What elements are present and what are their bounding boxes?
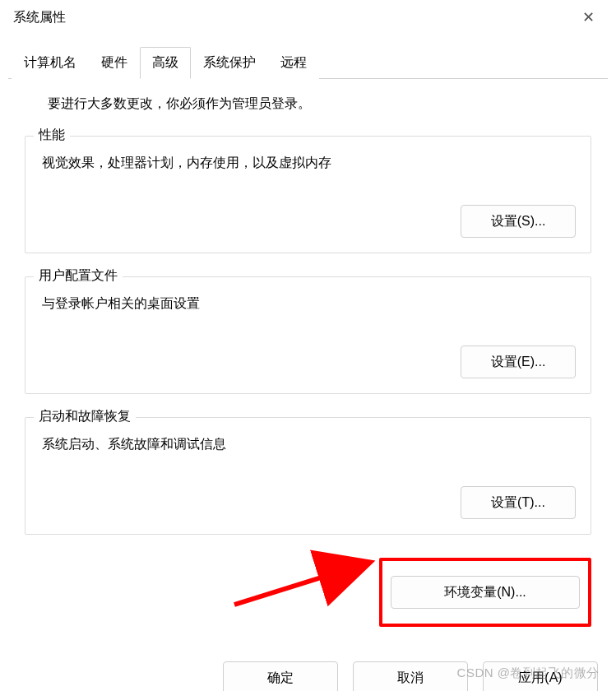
user-profiles-group: 用户配置文件 与登录帐户相关的桌面设置 设置(E)... bbox=[25, 276, 591, 394]
performance-legend: 性能 bbox=[34, 127, 70, 144]
tab-computer-name[interactable]: 计算机名 bbox=[12, 47, 89, 79]
content-area: 计算机名 硬件 高级 系统保护 远程 要进行大多数更改，你必须作为管理员登录。 … bbox=[0, 46, 616, 643]
tab-system-protection[interactable]: 系统保护 bbox=[191, 47, 268, 79]
dialog-footer-buttons: 确定 取消 应用(A) bbox=[0, 643, 616, 691]
tab-remote[interactable]: 远程 bbox=[268, 47, 319, 79]
env-variables-highlight: 环境变量(N)... bbox=[379, 558, 591, 627]
advanced-panel: 要进行大多数更改，你必须作为管理员登录。 性能 视觉效果，处理器计划，内存使用，… bbox=[8, 79, 608, 535]
performance-button-row: 设置(S)... bbox=[40, 205, 576, 238]
user-profiles-settings-button[interactable]: 设置(E)... bbox=[461, 346, 576, 378]
ok-button[interactable]: 确定 bbox=[223, 661, 338, 691]
env-variables-row: 环境变量(N)... bbox=[8, 558, 608, 643]
titlebar: 系统属性 ✕ bbox=[0, 0, 616, 35]
environment-variables-button[interactable]: 环境变量(N)... bbox=[391, 576, 580, 609]
performance-desc: 视觉效果，处理器计划，内存使用，以及虚拟内存 bbox=[42, 155, 576, 172]
performance-settings-button[interactable]: 设置(S)... bbox=[461, 205, 576, 238]
close-button[interactable]: ✕ bbox=[570, 6, 606, 29]
user-profiles-button-row: 设置(E)... bbox=[40, 346, 576, 378]
tab-strip: 计算机名 硬件 高级 系统保护 远程 bbox=[8, 46, 608, 79]
performance-group: 性能 视觉效果，处理器计划，内存使用，以及虚拟内存 设置(S)... bbox=[25, 136, 591, 253]
admin-notice: 要进行大多数更改，你必须作为管理员登录。 bbox=[48, 95, 591, 113]
user-profiles-desc: 与登录帐户相关的桌面设置 bbox=[42, 295, 576, 313]
cancel-button[interactable]: 取消 bbox=[353, 661, 468, 691]
user-profiles-legend: 用户配置文件 bbox=[34, 267, 123, 285]
startup-recovery-group: 启动和故障恢复 系统启动、系统故障和调试信息 设置(T)... bbox=[25, 417, 591, 535]
tab-hardware[interactable]: 硬件 bbox=[89, 47, 140, 79]
window-title: 系统属性 bbox=[13, 9, 66, 26]
startup-recovery-desc: 系统启动、系统故障和调试信息 bbox=[42, 436, 576, 453]
startup-recovery-legend: 启动和故障恢复 bbox=[34, 408, 136, 425]
startup-recovery-button-row: 设置(T)... bbox=[40, 486, 576, 519]
tab-advanced[interactable]: 高级 bbox=[140, 47, 191, 79]
system-properties-dialog: 系统属性 ✕ 计算机名 硬件 高级 系统保护 远程 要进行大多数更改，你必须作为… bbox=[0, 0, 616, 691]
apply-button[interactable]: 应用(A) bbox=[483, 661, 598, 691]
close-icon: ✕ bbox=[582, 8, 595, 26]
startup-recovery-settings-button[interactable]: 设置(T)... bbox=[461, 486, 576, 519]
